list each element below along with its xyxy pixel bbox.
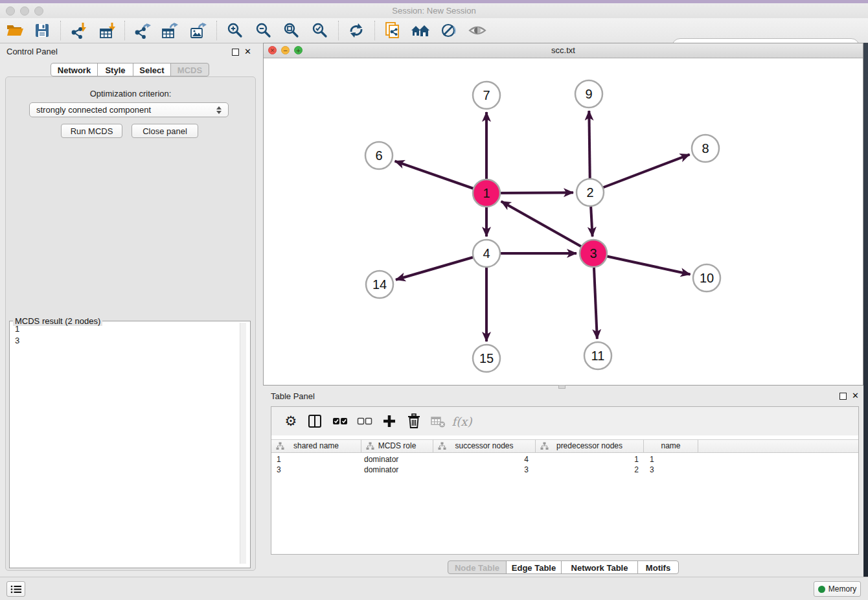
cell-successor-nodes[interactable]: 3 — [433, 465, 529, 475]
task-history-button[interactable] — [6, 581, 25, 597]
column-label: MCDS role — [378, 441, 417, 450]
export-network-icon[interactable] — [131, 20, 152, 41]
result-scrollbar[interactable] — [240, 323, 246, 564]
close-panel-icon[interactable]: ✕ — [244, 48, 251, 56]
cell-predecessor-nodes[interactable]: 1 — [536, 454, 639, 465]
criterion-select[interactable]: strongly connected component — [29, 102, 229, 117]
tab-network[interactable]: Network — [51, 63, 98, 76]
unselect-all-columns-icon[interactable] — [354, 411, 375, 432]
list-icon — [10, 584, 22, 594]
table-row[interactable]: 3 dominator 3 2 3 — [271, 465, 858, 475]
column-header-name[interactable]: name — [644, 440, 698, 452]
refresh-icon[interactable] — [346, 20, 367, 41]
close-network-icon[interactable]: ✕ — [268, 46, 277, 54]
close-panel-icon[interactable]: ✕ — [852, 392, 859, 400]
delete-columns-icon[interactable] — [404, 411, 424, 432]
open-folder-icon[interactable] — [5, 20, 25, 41]
control-panel-window-buttons: ✕ — [232, 48, 251, 56]
column-header-successor-nodes[interactable]: successor nodes — [433, 440, 536, 452]
network-snapshot-icon[interactable] — [382, 20, 403, 41]
column-header-predecessor-nodes[interactable]: predecessor nodes — [536, 440, 644, 452]
column-label: successor nodes — [455, 441, 513, 450]
table-panel-title: Table Panel — [271, 391, 315, 401]
cell-shared-name[interactable]: 3 — [277, 465, 358, 475]
optimization-criterion-label: Optimization criterion: — [5, 89, 256, 98]
zoom-in-icon[interactable] — [225, 20, 246, 41]
tab-style[interactable]: Style — [97, 63, 133, 76]
zoom-fit-icon[interactable] — [281, 20, 302, 41]
graph-edge-2-8[interactable] — [590, 154, 690, 192]
graph-node-label: 7 — [483, 88, 490, 102]
run-mcds-button[interactable]: Run MCDS — [61, 124, 122, 138]
select-all-columns-icon[interactable] — [330, 411, 350, 432]
memory-label: Memory — [828, 584, 856, 594]
zoom-selected-icon[interactable] — [310, 20, 330, 41]
desktop-wallpaper-strip — [863, 43, 868, 600]
control-panel-title: Control Panel — [6, 47, 58, 56]
zoom-window-button[interactable] — [34, 6, 43, 16]
close-panel-button[interactable]: Close panel — [131, 124, 198, 138]
tab-node-table[interactable]: Node Table — [448, 560, 507, 574]
toolbar-separator — [60, 21, 61, 40]
tab-mcds[interactable]: MCDS — [170, 63, 209, 76]
maximize-network-icon[interactable]: + — [294, 46, 303, 54]
graph-node-label: 1 — [483, 186, 490, 200]
close-window-button[interactable] — [6, 6, 15, 16]
cell-mcds-role[interactable]: dominator — [364, 465, 429, 475]
table-row[interactable]: 1 dominator 4 1 1 — [271, 454, 858, 465]
graph-node-label: 4 — [483, 246, 490, 260]
cell-predecessor-nodes[interactable]: 2 — [536, 465, 639, 475]
criterion-value: strongly connected component — [36, 105, 216, 115]
bird-eye-view-icon[interactable] — [467, 20, 488, 41]
graph-node-label: 10 — [700, 271, 714, 285]
minimize-network-icon[interactable]: − — [281, 46, 290, 54]
cell-successor-nodes[interactable]: 4 — [433, 454, 529, 465]
tab-select[interactable]: Select — [133, 63, 171, 76]
float-panel-icon[interactable] — [839, 393, 847, 400]
graph-node-label: 14 — [372, 277, 387, 292]
column-label: name — [661, 441, 680, 450]
show-column-panel-icon[interactable] — [304, 411, 325, 432]
apply-function-icon[interactable]: f(x) — [451, 411, 472, 432]
graph-node-label: 15 — [479, 351, 494, 365]
export-image-icon[interactable] — [188, 20, 209, 41]
float-panel-icon[interactable] — [232, 49, 239, 56]
table-header: shared name MCDS role successor nodes pr… — [271, 439, 858, 453]
table-toolbar: ⚙ f(x) — [271, 407, 858, 435]
save-icon[interactable] — [32, 20, 52, 41]
export-table-icon[interactable] — [159, 20, 180, 41]
cell-name[interactable]: 1 — [650, 454, 695, 465]
hide-graphics-details-icon[interactable] — [439, 20, 459, 41]
network-window-titlebar[interactable]: ✕ − + scc.txt — [264, 43, 863, 58]
graph-node-label: 6 — [375, 148, 382, 163]
import-table-icon[interactable] — [97, 20, 118, 41]
column-header-mcds-role[interactable]: MCDS role — [361, 440, 433, 452]
tab-motifs[interactable]: Motifs — [637, 560, 679, 574]
graph-edge-1-6[interactable] — [395, 161, 486, 193]
add-column-icon[interactable] — [379, 411, 400, 432]
toolbar-separator — [374, 21, 375, 40]
zoom-out-icon[interactable] — [253, 20, 274, 41]
cell-mcds-role[interactable]: dominator — [364, 454, 429, 465]
tab-edge-table[interactable]: Edge Table — [506, 560, 562, 574]
cell-shared-name[interactable]: 1 — [277, 454, 358, 465]
minimize-window-button[interactable] — [20, 6, 29, 16]
mcds-result-box: MCDS result (2 nodes) 1 3 — [9, 321, 251, 568]
column-header-shared-name[interactable]: shared name — [271, 440, 361, 452]
window-title: Session: New Session — [0, 3, 868, 18]
import-network-icon[interactable] — [68, 20, 89, 41]
splitter-handle[interactable] — [558, 385, 565, 389]
delete-table-icon[interactable] — [428, 411, 448, 432]
home-icon[interactable] — [410, 20, 431, 41]
network-canvas[interactable]: 7968124314101511 — [264, 58, 863, 385]
window-titlebar: Session: New Session — [0, 3, 868, 18]
cell-name[interactable]: 3 — [650, 465, 695, 475]
status-bar — [0, 577, 868, 600]
node-table: ⚙ f(x) shared name — [271, 406, 859, 555]
memory-button[interactable]: Memory — [814, 581, 861, 597]
table-settings-icon[interactable]: ⚙ — [280, 411, 301, 432]
graph-edge-3-1[interactable] — [501, 202, 593, 253]
tab-network-table[interactable]: Network Table — [561, 560, 638, 574]
graph-node-label: 2 — [586, 185, 593, 200]
graph-edge-3-10[interactable] — [593, 253, 691, 274]
